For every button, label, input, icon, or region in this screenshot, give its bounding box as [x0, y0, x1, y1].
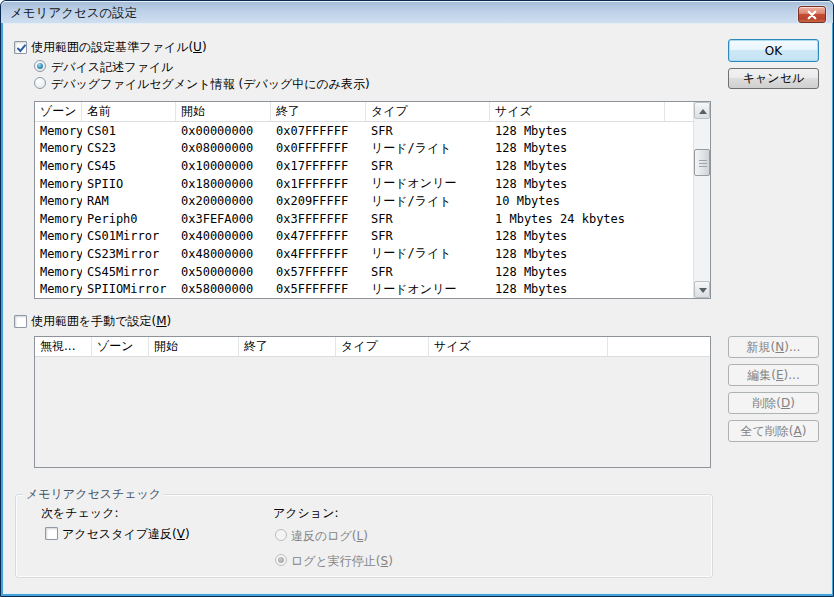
debug-segment-label: デバッグファイルセグメント情報 (デバッグ中にのみ表示) — [51, 78, 370, 91]
table-cell: 0x07FFFFFF — [271, 124, 366, 138]
scroll-up-icon — [699, 109, 707, 114]
close-button[interactable] — [798, 6, 826, 23]
edit-button[interactable]: 編集(E)... — [728, 364, 819, 386]
scrollbar-thumb[interactable] — [694, 149, 710, 176]
table-row[interactable]: MemorySPIIOMirror0x580000000x5FFFFFFFリード… — [35, 280, 693, 298]
column-header-end[interactable]: 終了 — [239, 337, 336, 356]
table-cell: 0x57FFFFFF — [271, 265, 366, 279]
table-row[interactable]: MemoryCS230x080000000x0FFFFFFFリード/ライト128… — [35, 140, 693, 158]
table-cell: SPIIO — [82, 177, 176, 191]
check-for-label: 次をチェック: — [41, 507, 118, 520]
column-header-size[interactable]: サイズ — [429, 337, 608, 356]
column-header-zone[interactable]: ゾーン — [92, 337, 149, 356]
column-header-size[interactable]: サイズ — [490, 102, 665, 121]
access-type-violation-label: アクセスタイプ違反(V) — [62, 528, 190, 541]
column-header-type[interactable]: タイプ — [336, 337, 429, 356]
table-cell: リード/ライト — [366, 245, 490, 262]
title-bar[interactable]: メモリアクセスの設定 — [1, 1, 833, 23]
use-range-file-checkbox[interactable] — [14, 41, 27, 54]
table-cell: Memory — [35, 265, 82, 279]
debug-segment-radio[interactable] — [34, 77, 46, 89]
group-label: メモリアクセスチェック — [23, 488, 164, 501]
table-cell: Periph0 — [82, 212, 176, 226]
delete-all-button[interactable]: 全て削除(A) — [728, 420, 819, 442]
table-cell: 0x47FFFFFF — [271, 229, 366, 243]
table-cell: CS45Mirror — [82, 265, 176, 279]
column-header-end[interactable]: 終了 — [271, 102, 366, 121]
manual-range-label: 使用範囲を手動で設定(M) — [31, 315, 171, 328]
access-type-violation-checkbox[interactable] — [45, 527, 58, 540]
vertical-scrollbar[interactable] — [693, 102, 710, 298]
table-row[interactable]: MemoryCS45Mirror0x500000000x57FFFFFFSFR1… — [35, 263, 693, 281]
log-and-stop-radio[interactable] — [275, 554, 287, 566]
manual-ranges-table: 無視... ゾーン 開始 終了 タイプ サイズ — [34, 336, 711, 468]
delete-button[interactable]: 削除(D) — [728, 392, 819, 414]
table-cell: CS23Mirror — [82, 247, 176, 261]
table-row[interactable]: MemoryCS450x100000000x17FFFFFFSFR128 Mby… — [35, 157, 693, 175]
table-cell: 128 Mbytes — [490, 159, 665, 173]
manual-range-checkbox[interactable] — [14, 315, 27, 328]
table-cell: 0x18000000 — [176, 177, 271, 191]
table-cell: Memory — [35, 141, 82, 155]
table-cell: 128 Mbytes — [490, 265, 665, 279]
cancel-button[interactable]: キャンセル — [728, 68, 819, 89]
table-cell: 0x48000000 — [176, 247, 271, 261]
table-cell: CS01 — [82, 124, 176, 138]
table-cell: リード/ライト — [366, 140, 490, 157]
table-cell: Memory — [35, 247, 82, 261]
table-cell: 128 Mbytes — [490, 229, 665, 243]
table-cell: Memory — [35, 194, 82, 208]
table-cell: SFR — [366, 212, 490, 226]
column-header-type[interactable]: タイプ — [366, 102, 490, 121]
table-cell: SFR — [366, 265, 490, 279]
scroll-down-button[interactable] — [694, 281, 710, 298]
column-header-filler — [608, 337, 710, 356]
table-cell: 0x08000000 — [176, 141, 271, 155]
log-violation-label: 違反のログ(L) — [291, 530, 368, 543]
log-violation-radio[interactable] — [275, 529, 287, 541]
table-cell: 0x209FFFFF — [271, 194, 366, 208]
table-cell: 128 Mbytes — [490, 124, 665, 138]
column-header-name[interactable]: 名前 — [82, 102, 176, 121]
table-cell: 0x58000000 — [176, 282, 271, 296]
table-cell: 128 Mbytes — [490, 177, 665, 191]
table-cell: Memory — [35, 212, 82, 226]
device-description-label: デバイス記述ファイル — [51, 61, 173, 74]
table-cell: Memory — [35, 177, 82, 191]
table-row[interactable]: MemoryCS010x000000000x07FFFFFFSFR128 Mby… — [35, 122, 693, 140]
scroll-up-button[interactable] — [694, 102, 710, 119]
table-cell: 0x50000000 — [176, 265, 271, 279]
table-cell: 0x3FEFA000 — [176, 212, 271, 226]
table-row[interactable]: MemorySPIIO0x180000000x1FFFFFFFリードオンリー12… — [35, 175, 693, 193]
table-cell: 0x1FFFFFFF — [271, 177, 366, 191]
column-header-ignore[interactable]: 無視... — [35, 337, 92, 356]
column-header-start[interactable]: 開始 — [149, 337, 239, 356]
table-row[interactable]: MemoryCS23Mirror0x480000000x4FFFFFFFリード/… — [35, 245, 693, 263]
table-cell: RAM — [82, 194, 176, 208]
table-row[interactable]: MemoryPeriph00x3FEFA0000x3FFFFFFFSFR1 Mb… — [35, 210, 693, 228]
memory-ranges-table: ゾーン 名前 開始 終了 タイプ サイズ MemoryCS010x0000000… — [34, 101, 711, 299]
table-cell: Memory — [35, 124, 82, 138]
memory-table-rows: MemoryCS010x000000000x07FFFFFFSFR128 Mby… — [35, 122, 693, 298]
table-cell: CS45 — [82, 159, 176, 173]
ok-button[interactable]: OK — [728, 39, 819, 62]
table-row[interactable]: MemoryRAM0x200000000x209FFFFFリード/ライト10 M… — [35, 192, 693, 210]
table-cell: SFR — [366, 229, 490, 243]
table-cell: リードオンリー — [366, 175, 490, 192]
table-cell: SPIIOMirror — [82, 282, 176, 296]
column-header-start[interactable]: 開始 — [176, 102, 271, 121]
table-cell: 0x40000000 — [176, 229, 271, 243]
new-button[interactable]: 新規(N)... — [728, 336, 819, 358]
table-cell: 0x00000000 — [176, 124, 271, 138]
device-description-radio[interactable] — [34, 60, 46, 72]
memory-access-settings-dialog: メモリアクセスの設定 使用範囲の設定基準ファイル(U) デバイス記述ファイル デ… — [0, 0, 834, 597]
column-header-zone[interactable]: ゾーン — [35, 102, 82, 121]
table-cell: 0x20000000 — [176, 194, 271, 208]
check-icon — [15, 42, 28, 55]
table-cell: 0x3FFFFFFF — [271, 212, 366, 226]
table-cell: CS01Mirror — [82, 229, 176, 243]
table-cell: 1 Mbytes 24 kbytes — [490, 212, 665, 226]
table-cell: 10 Mbytes — [490, 194, 665, 208]
table-row[interactable]: MemoryCS01Mirror0x400000000x47FFFFFFSFR1… — [35, 228, 693, 246]
manual-table-header: 無視... ゾーン 開始 終了 タイプ サイズ — [35, 337, 710, 357]
